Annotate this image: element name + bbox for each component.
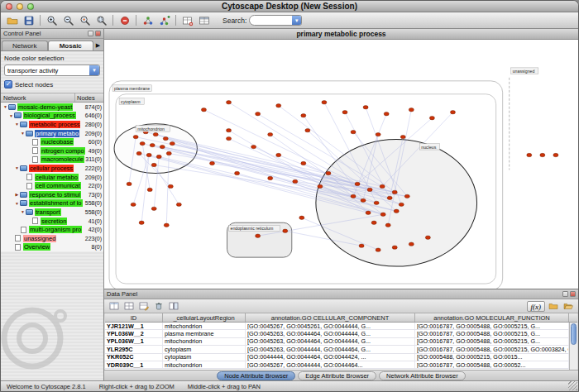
expand-arrow-icon[interactable]: ▶ <box>14 192 20 197</box>
column-header[interactable]: ID <box>105 313 163 322</box>
tree-row[interactable]: ▼primary metabo209(0) <box>1 129 103 138</box>
network-node[interactable] <box>376 248 380 251</box>
table-row[interactable]: YKR052Ccytoplasm[GO:0044444, GO:0044464,… <box>105 354 569 361</box>
expand-arrow-icon[interactable]: ▼ <box>2 104 8 109</box>
tree-header-network[interactable]: Network <box>1 93 75 102</box>
network-node[interactable] <box>404 194 409 198</box>
create-network-button[interactable] <box>140 13 156 28</box>
tree-row[interactable]: secretion41(0) <box>1 217 103 226</box>
network-node[interactable] <box>133 135 138 138</box>
network-node[interactable] <box>363 106 368 109</box>
network-node[interactable] <box>380 184 385 188</box>
minimize-window-button[interactable] <box>17 3 23 10</box>
zoom-in-button[interactable] <box>44 13 60 28</box>
network-node[interactable] <box>139 221 144 224</box>
network-node[interactable] <box>256 234 261 237</box>
network-node[interactable] <box>166 151 171 155</box>
open-session-button[interactable] <box>4 13 20 28</box>
network-node[interactable] <box>342 111 347 114</box>
network-node[interactable] <box>276 104 281 108</box>
search-input[interactable]: ▼ <box>249 15 302 26</box>
expand-arrow-icon[interactable]: ▼ <box>14 201 20 206</box>
create-attribute-button[interactable] <box>137 300 151 313</box>
search-input-text[interactable] <box>250 16 292 25</box>
tree-header-nodes[interactable]: Nodes <box>75 94 103 102</box>
network-node[interactable] <box>527 153 532 156</box>
network-node[interactable] <box>276 153 281 156</box>
tree-row[interactable]: ▼biological_process646(0) <box>1 112 103 121</box>
node-color-dropdown[interactable]: transporter activity ▼ <box>4 65 100 76</box>
tree-row[interactable]: ▼establishment of lo558(0) <box>1 199 103 208</box>
network-node[interactable] <box>140 141 145 145</box>
tree-row[interactable]: nitrogen compo49(0) <box>1 146 103 155</box>
open-attribute-file-button[interactable] <box>562 300 575 313</box>
network-node[interactable] <box>136 151 141 155</box>
tree-row[interactable]: Overview8(0) <box>1 243 103 252</box>
network-node[interactable] <box>147 188 152 191</box>
network-node[interactable] <box>366 211 371 214</box>
zoom-out-button[interactable] <box>60 13 76 28</box>
select-nodes-checkbox[interactable]: ✓ <box>4 80 12 88</box>
tree-row[interactable]: macromolecule311(0) <box>1 155 103 165</box>
tree-row[interactable]: multi-organism pro42(0) <box>1 225 103 234</box>
expand-arrow-icon[interactable]: ▼ <box>14 165 20 170</box>
network-node[interactable] <box>227 136 232 140</box>
network-node[interactable] <box>361 198 366 202</box>
network-node[interactable] <box>376 132 380 136</box>
network-node[interactable] <box>299 216 304 219</box>
network-node[interactable] <box>176 203 181 206</box>
network-node[interactable] <box>127 182 132 185</box>
tab-mosaic[interactable]: Mosaic <box>48 41 94 50</box>
network-node[interactable] <box>150 143 155 146</box>
network-node[interactable] <box>400 135 405 138</box>
network-node[interactable] <box>251 145 256 148</box>
network-node[interactable] <box>322 101 327 104</box>
tab-network[interactable]: Network <box>2 41 48 50</box>
unselect-attributes-button[interactable] <box>122 300 136 313</box>
network-node[interactable] <box>227 101 232 104</box>
network-node[interactable] <box>151 163 156 166</box>
network-node[interactable] <box>425 236 430 239</box>
tree-row[interactable]: unassigned223(0) <box>1 234 103 243</box>
network-node[interactable] <box>387 196 392 199</box>
network-node[interactable] <box>384 112 389 116</box>
network-canvas[interactable]: plasma membranecytoplasmmitochondrionnuc… <box>104 40 578 289</box>
zoom-selected-button[interactable] <box>77 13 93 28</box>
network-view-titlebar[interactable]: primary metabolic process <box>104 29 578 40</box>
table-scrollbar[interactable] <box>569 323 577 370</box>
network-node[interactable] <box>301 161 306 165</box>
column-header[interactable]: annotation.GO CELLULAR_COMPONENT <box>246 313 415 322</box>
network-node[interactable] <box>256 112 261 116</box>
tab-node-attribute-browser[interactable]: Node Attribute Browser <box>217 371 295 380</box>
network-node[interactable] <box>540 153 545 156</box>
new-attribute-button[interactable] <box>179 13 195 28</box>
network-node[interactable] <box>170 141 175 145</box>
float-panel-button[interactable] <box>88 31 93 36</box>
network-node[interactable] <box>164 223 169 227</box>
network-node[interactable] <box>227 128 232 131</box>
network-node[interactable] <box>153 132 158 136</box>
network-node[interactable] <box>268 176 273 179</box>
network-node[interactable] <box>553 153 558 156</box>
import-network-button[interactable] <box>156 13 172 28</box>
network-node[interactable] <box>409 242 414 246</box>
table-row[interactable]: YPL036W__2plasma membrane[GO:0045263, GO… <box>105 330 569 337</box>
tree-row[interactable]: ▶response to stimul73(0) <box>1 190 103 199</box>
network-node[interactable] <box>351 130 356 133</box>
network-node[interactable] <box>394 209 399 213</box>
network-node[interactable] <box>371 221 376 224</box>
table-row[interactable]: YLR295Ccytoplasm[GO:0045263, GO:0044444,… <box>105 346 569 353</box>
table-row[interactable]: YDR039C__1mitochondrion[GO:0045267, GO:0… <box>105 361 569 369</box>
scrollbar-thumb[interactable] <box>571 323 577 345</box>
network-node[interactable] <box>235 171 240 174</box>
tree-row[interactable]: ▼cellular process222(0) <box>1 164 103 173</box>
zoom-window-button[interactable] <box>27 3 34 10</box>
network-node[interactable] <box>301 114 306 117</box>
select-attributes-button[interactable] <box>108 300 121 313</box>
network-node[interactable] <box>355 182 360 185</box>
tab-network-attribute-browser[interactable]: Network Attribute Browser <box>379 371 466 380</box>
attribute-browser-button[interactable] <box>196 13 212 28</box>
float-data-panel-button[interactable] <box>562 291 568 297</box>
network-node[interactable] <box>385 223 390 227</box>
network-node[interactable] <box>305 128 310 131</box>
